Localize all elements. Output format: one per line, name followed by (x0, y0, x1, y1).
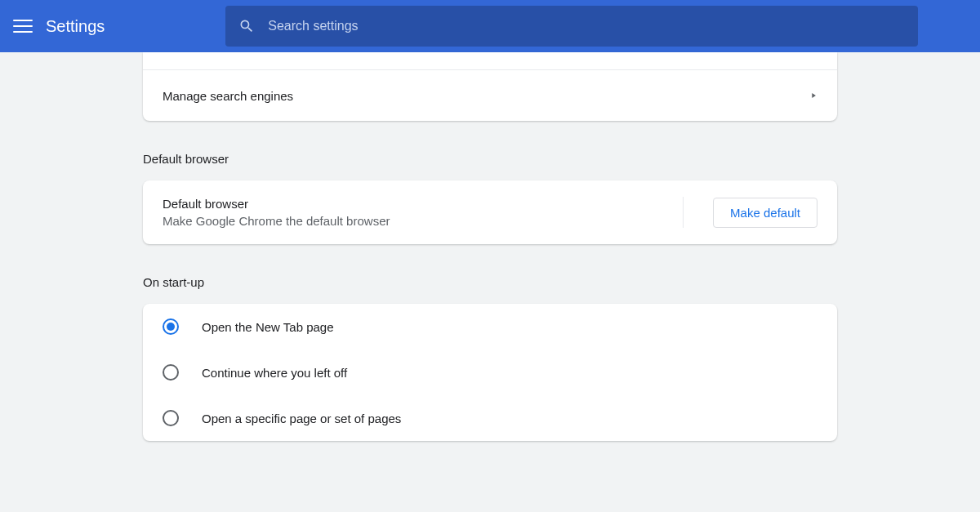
settings-content: Manage search engines Default browser De… (143, 52, 837, 441)
search-input[interactable] (268, 19, 905, 33)
startup-option-specific-page[interactable]: Open a specific page or set of pages (143, 395, 837, 441)
startup-option-label: Open a specific page or set of pages (202, 412, 401, 425)
divider (683, 197, 684, 228)
startup-option-label: Continue where you left off (202, 366, 347, 380)
radio-icon[interactable] (163, 318, 179, 335)
startup-option-new-tab[interactable]: Open the New Tab page (143, 304, 837, 349)
manage-search-engines-label: Manage search engines (163, 89, 293, 103)
manage-search-engines-row[interactable]: Manage search engines (143, 70, 837, 121)
menu-icon[interactable] (13, 16, 33, 36)
default-browser-text: Default browser Make Google Chrome the d… (163, 197, 390, 228)
startup-option-label: Open the New Tab page (202, 320, 334, 334)
search-engine-row-partial (143, 52, 837, 70)
search-icon (238, 18, 255, 34)
default-browser-row: Default browser Make Google Chrome the d… (143, 180, 837, 244)
startup-option-continue[interactable]: Continue where you left off (143, 349, 837, 395)
chevron-right-icon (809, 91, 817, 100)
make-default-button[interactable]: Make default (713, 198, 817, 228)
default-browser-section-title: Default browser (143, 152, 837, 166)
default-browser-card: Default browser Make Google Chrome the d… (143, 180, 837, 244)
startup-card: Open the New Tab page Continue where you… (143, 304, 837, 441)
radio-icon[interactable] (163, 410, 179, 426)
search-engine-card: Manage search engines (143, 52, 837, 121)
page-title: Settings (46, 17, 105, 36)
default-browser-title: Default browser (163, 197, 390, 211)
search-container[interactable] (225, 6, 918, 47)
startup-section-title: On start-up (143, 275, 837, 289)
default-browser-subtitle: Make Google Chrome the default browser (163, 214, 390, 228)
app-header: Settings (0, 0, 980, 52)
radio-icon[interactable] (163, 364, 179, 381)
